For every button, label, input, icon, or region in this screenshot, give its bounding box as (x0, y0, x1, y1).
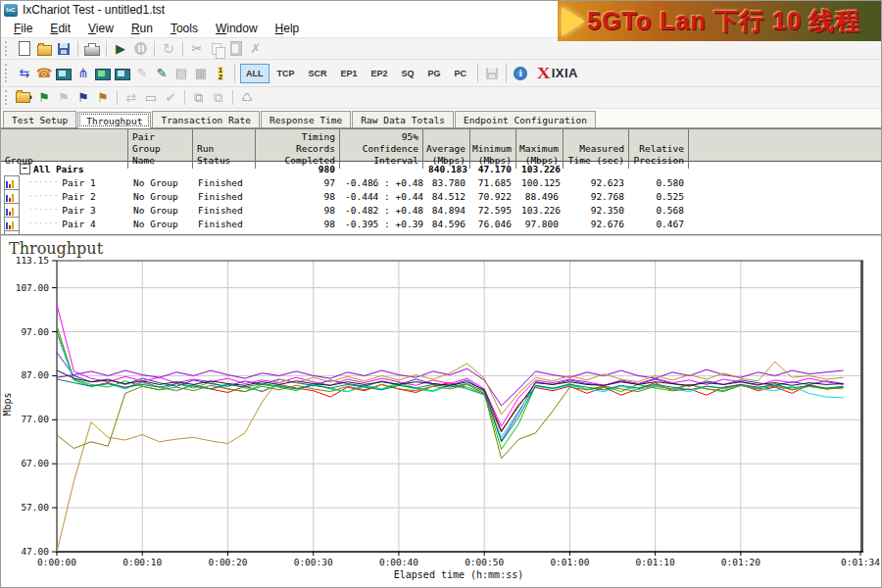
tab-response-time[interactable]: Response Time (261, 111, 351, 127)
group-label: All Pairs (33, 164, 83, 174)
svg-text:47.00: 47.00 (21, 546, 49, 557)
series-pair-3 (57, 353, 844, 441)
renumber-pairs-icon[interactable]: 12 (211, 65, 230, 82)
copy-icon[interactable] (207, 40, 226, 58)
table-row[interactable]: ······Pair 1 No Group Finished 97 -0.486… (1, 175, 881, 189)
pair-label: Pair 4 (62, 219, 95, 229)
svg-text:0:00:20: 0:00:20 (208, 557, 247, 567)
cut-icon[interactable]: ✂ (187, 40, 207, 58)
run-test-icon[interactable]: ▶ (111, 40, 130, 58)
filter-pc-button[interactable]: PC (449, 64, 473, 83)
pair-chart-icon (4, 203, 20, 218)
svg-text:0:01:00: 0:01:00 (550, 557, 589, 567)
col-relative-precision[interactable]: RelativePrecision (629, 129, 689, 169)
new-wizard-icon[interactable]: ⚑ (15, 89, 34, 107)
pair-label: Pair 1 (62, 177, 95, 188)
edit-pair-icon[interactable]: ✎ (132, 65, 152, 82)
save-test-icon[interactable] (54, 40, 74, 58)
reload-icon[interactable]: ↻ (159, 40, 178, 58)
filter-ep1-button[interactable]: EP1 (335, 64, 364, 83)
tab-transaction-rate[interactable]: Transaction Rate (152, 111, 260, 127)
abandon-test-icon[interactable]: ⚑ (54, 89, 74, 107)
filter-pg-button[interactable]: PG (422, 64, 447, 83)
save-report-icon[interactable] (482, 65, 502, 82)
watermark-banner: 5GTo Lan 下行 10 线程 (558, 1, 881, 41)
menu-help[interactable]: Help (267, 20, 309, 37)
throughput-chart-panel: Throughput Mbps 113.15107.0097.0087.0077… (1, 234, 881, 588)
menu-file[interactable]: File (5, 20, 41, 37)
svg-text:0:00:00: 0:00:00 (37, 557, 76, 567)
collapse-expander[interactable]: − (20, 164, 30, 174)
delete-icon[interactable]: ✗ (246, 40, 266, 58)
svg-text:113.15: 113.15 (16, 255, 49, 266)
tab-throughput[interactable]: Throughput (77, 112, 151, 128)
filter-tcp-button[interactable]: TCP (271, 64, 301, 83)
print-icon[interactable] (82, 40, 102, 58)
filter-scr-button[interactable]: SCR (303, 64, 333, 83)
add-pair-icon[interactable]: ⇆ (15, 65, 34, 82)
ixchariot-window: IxC IxChariot Test - untitled1.tst 5GTo … (0, 0, 882, 588)
add-multicast-group-icon[interactable]: ⋔ (74, 65, 93, 82)
toolbar-grip[interactable] (5, 41, 11, 56)
test-wizard-icon[interactable]: ⚑ (34, 89, 54, 107)
finish-test-icon[interactable]: ⚑ (93, 89, 113, 107)
new-test-icon[interactable] (15, 40, 34, 58)
menu-edit[interactable]: Edit (41, 20, 79, 37)
refresh-endpoints-icon[interactable]: ♺ (237, 89, 257, 107)
swap-endpoints-icon[interactable]: ⇄ (122, 89, 141, 107)
add-video-audio-pair-icon[interactable]: ♪ (113, 65, 132, 82)
table-row[interactable]: ······Pair 2 No Group Finished 98 -0.444… (1, 189, 881, 203)
table-header-row: Group Pair GroupName Run Status Timing R… (1, 128, 881, 162)
link-pairs-icon[interactable]: ⧉ (189, 89, 209, 107)
svg-text:67.00: 67.00 (21, 458, 49, 468)
col-measured-time[interactable]: MeasuredTime (sec) (564, 129, 629, 169)
svg-text:77.00: 77.00 (21, 414, 49, 424)
toolbar-grip[interactable] (5, 90, 11, 105)
throughput-chart-svg: 113.15107.0097.0087.0077.0067.0057.0047.… (1, 236, 881, 587)
toolbar-grip[interactable] (5, 64, 11, 82)
chart-x-axis-label: Elapsed time (h:mm:ss) (1, 569, 882, 580)
pair-chart-icon (4, 217, 20, 231)
svg-text:97.00: 97.00 (21, 326, 49, 337)
svg-text:0:00:10: 0:00:10 (122, 557, 162, 567)
series-pair-1 (57, 331, 844, 432)
results-table: Group Pair GroupName Run Status Timing R… (1, 128, 881, 236)
series-pair-7 (57, 384, 844, 458)
menu-view[interactable]: View (79, 20, 122, 37)
export-icon[interactable]: ▤ (172, 65, 191, 82)
stop-test-icon[interactable] (130, 40, 150, 58)
open-test-icon[interactable] (34, 40, 54, 58)
col-pair-group-name[interactable]: Pair GroupName (128, 129, 193, 169)
menu-tools[interactable]: Tools (162, 20, 207, 37)
tab-test-setup[interactable]: Test Setup (3, 111, 76, 127)
table-row[interactable]: ······Pair 4 No Group Finished 98 -0.395… (1, 217, 881, 230)
tab-raw-data-totals[interactable]: Raw Data Totals (352, 111, 454, 127)
filter-all-button[interactable]: ALL (240, 64, 270, 83)
ixia-logo: X IXIA (538, 65, 578, 82)
tab-endpoint-configuration[interactable]: Endpoint Configuration (455, 111, 596, 127)
select-pairs-icon[interactable]: ▭ (141, 89, 161, 107)
filter-sq-button[interactable]: SQ (396, 64, 420, 83)
col-run-status[interactable]: Run Status (193, 129, 256, 169)
col-confidence-interval[interactable]: 95% ConfidenceInterval (340, 129, 423, 169)
add-hardware-pair-icon[interactable] (54, 65, 74, 82)
menu-run[interactable]: Run (122, 20, 162, 37)
add-video-pair-icon[interactable] (93, 65, 113, 82)
apply-config-icon[interactable]: ✔ (161, 89, 180, 107)
series-pair-4 (57, 305, 844, 426)
svg-text:57.00: 57.00 (21, 502, 49, 513)
compare-results-icon[interactable]: ⚑ (74, 89, 93, 107)
edit-run-options-icon[interactable]: ✎ (152, 65, 172, 82)
filter-ep2-button[interactable]: EP2 (366, 64, 394, 83)
table-row[interactable]: ······Pair 3 No Group Finished 98 -0.482… (1, 203, 881, 217)
svg-text:87.00: 87.00 (21, 369, 49, 380)
info-icon[interactable]: i (511, 65, 530, 82)
import-icon[interactable]: ▦ (191, 65, 211, 82)
paste-icon[interactable] (226, 40, 246, 58)
col-filler (689, 129, 881, 169)
unlink-pairs-icon[interactable]: ⧉ (209, 89, 228, 107)
svg-text:0:01:34: 0:01:34 (841, 557, 880, 567)
add-voip-pair-icon[interactable]: ☎ (34, 65, 54, 82)
svg-text:107.00: 107.00 (16, 282, 50, 293)
menu-window[interactable]: Window (207, 20, 267, 37)
